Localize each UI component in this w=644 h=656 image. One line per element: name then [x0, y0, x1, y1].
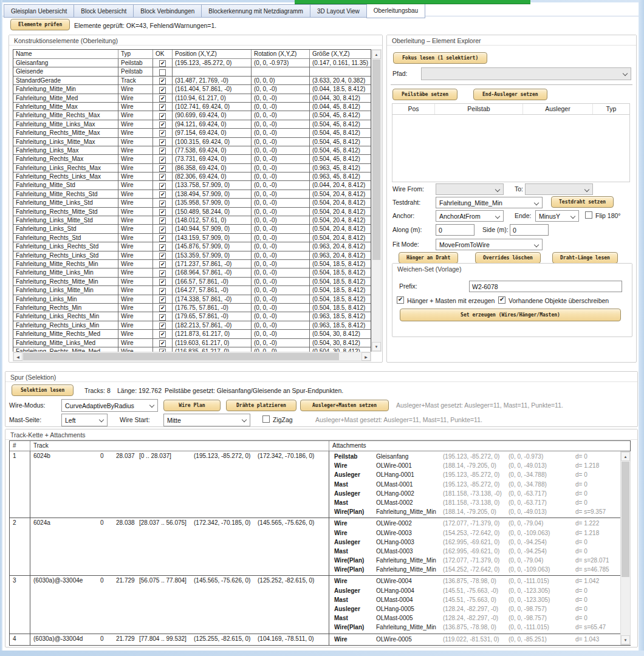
ok-checkbox[interactable]: [159, 183, 166, 190]
kon-hscroll-thumb[interactable]: [23, 353, 339, 360]
set-erzeugen-button[interactable]: Set erzeugen (Wires/Hänger/Masten): [400, 309, 621, 321]
attachment-row[interactable]: Wire(Plan)Fahrleitung_Mitte_Min(172.077,…: [329, 556, 630, 565]
ok-checkbox[interactable]: [159, 253, 166, 259]
table-row[interactable]: Fahrleitung_Mitte_Links_MedWire(119.603,…: [13, 339, 371, 347]
track-vscrollbar[interactable]: ▲ ▼: [620, 451, 631, 645]
kon-vscroll-thumb[interactable]: [372, 60, 380, 260]
ok-checkbox[interactable]: [159, 261, 166, 268]
kon-vscrollbar[interactable]: ▲ ▼: [371, 49, 382, 352]
table-row[interactable]: Fahrleitung_Mitte_Rechts_MinWire(171.237…: [13, 260, 371, 268]
ok-checkbox[interactable]: [159, 121, 166, 128]
col-header-rotation[interactable]: Rotation (X,Y,Z): [252, 50, 310, 58]
attachment-row[interactable]: MastOLMast-0004(145.51, -75.663, 0)(0, 0…: [329, 595, 630, 604]
ok-checkbox[interactable]: [159, 340, 166, 347]
ok-checkbox[interactable]: [159, 314, 166, 321]
col-header-typ2[interactable]: Typ: [593, 104, 629, 114]
attachment-row[interactable]: AuslegerOLHang-0004(145.51, -75.663, -0)…: [329, 586, 630, 595]
attachment-row[interactable]: Wire(Plan)Fahrleitung_Mitte_Min(154.252,…: [329, 565, 630, 574]
kon-hscrollbar[interactable]: ◀ ▶: [13, 352, 371, 361]
haenger-an-draht-button[interactable]: Hänger an Draht: [399, 252, 458, 264]
col-header-pos[interactable]: Pos: [392, 104, 435, 114]
table-row[interactable]: Fahrleitung_Mitte_Links_MinWire(168.964,…: [13, 268, 371, 277]
table-row[interactable]: Fahrleitung_Links_Mitte_StdWire(148.012,…: [13, 216, 371, 225]
wire-start-combobox[interactable]: Mitte: [163, 414, 250, 426]
ok-checkbox[interactable]: [159, 130, 166, 137]
track-vscroll-thumb[interactable]: [622, 462, 629, 577]
ok-checkbox[interactable]: [159, 305, 166, 312]
table-row[interactable]: Fahrleitung_Links_Mitte_MinWire(164.27, …: [13, 286, 371, 295]
table-row[interactable]: Fahrleitung_Links_Rechts_MaxWire(86.358,…: [13, 164, 371, 173]
col-header-groesse[interactable]: Größe (X,Y,Z): [310, 50, 371, 58]
col-header-num[interactable]: #: [10, 441, 30, 451]
table-row[interactable]: Fahrleitung_Mitte_Rechts_MedWire(121.873…: [13, 330, 371, 338]
ok-checkbox[interactable]: [159, 200, 166, 207]
ok-checkbox[interactable]: [159, 157, 166, 163]
tab-block-uebersicht[interactable]: Block Uebersicht: [74, 4, 133, 18]
attachment-row[interactable]: WireOLWire-0003(154.253, -72.642, 0)(0, …: [329, 528, 630, 538]
table-row[interactable]: Fahrleitung_Links_StdWire(140.944, 57.90…: [13, 225, 371, 233]
table-row[interactable]: Fahrleitung_Mitte_Links_StdWire(135.958,…: [13, 199, 371, 207]
wire-to-combobox[interactable]: [525, 183, 593, 195]
col-header-position[interactable]: Position (X,Y,Z): [173, 50, 252, 58]
attachment-row[interactable]: Wire(Plan)Fahrleitung_Mitte_Min(136.875,…: [329, 623, 630, 632]
scroll-left-icon[interactable]: ◀: [13, 352, 22, 361]
track-row[interactable]: 4(6030a)@-33004d021.729[77.804 .. 99.532…: [10, 634, 630, 646]
tab-blockerkennung-mit-netzdiagramm[interactable]: Blockerkennung mit Netzdiagramm: [201, 4, 310, 18]
table-row[interactable]: Fahrleitung_Mitte_MaxWire(102.741, 69.42…: [13, 103, 371, 111]
draehte-platzieren-button[interactable]: Drähte platzieren: [226, 400, 296, 411]
table-row[interactable]: Fahrleitung_Rechts_Mitte_MaxWire(97.154,…: [13, 129, 371, 137]
col-header-name[interactable]: Name: [13, 50, 118, 58]
attachment-row[interactable]: AuslegerOLHang-0001(195.123, -85.272, 0)…: [329, 470, 630, 479]
ok-checkbox[interactable]: [159, 78, 166, 84]
attachment-row[interactable]: AuslegerOLHang-0003(162.995, -69.621, 0)…: [329, 538, 630, 547]
tab-gleisplan-uebersicht[interactable]: Gleisplan Uebersicht: [4, 4, 74, 18]
ok-checkbox[interactable]: [159, 113, 166, 120]
side-input[interactable]: [510, 224, 549, 236]
mast-seite-combobox[interactable]: Left: [61, 414, 108, 426]
zigzag-checkbox[interactable]: [262, 415, 270, 423]
ok-checkbox[interactable]: [159, 95, 166, 102]
table-row[interactable]: Fahrleitung_Rechts_Links_StdWire(153.359…: [13, 251, 371, 260]
table-row[interactable]: Fahrleitung_Rechts_StdWire(143.159, 57.9…: [13, 234, 371, 242]
table-row[interactable]: Fahrleitung_Mitte_MinWire(161.404, 57.86…: [13, 85, 371, 94]
table-row[interactable]: Fahrleitung_Rechts_MaxWire(73.731, 69.42…: [13, 155, 371, 163]
ok-checkbox[interactable]: [159, 235, 166, 242]
fokus-lesen-button[interactable]: Fokus lesen (1 selektiert): [393, 52, 487, 64]
wire-plan-button[interactable]: Wire Plan: [163, 400, 221, 411]
selektion-lesen-button[interactable]: Selektion lesen: [12, 384, 74, 396]
ueberschreiben-checkbox[interactable]: [498, 296, 505, 304]
ok-checkbox[interactable]: [159, 331, 166, 338]
along-input[interactable]: [436, 224, 474, 236]
attachment-row[interactable]: AuslegerOLHang-0006(109.804, -80.766, -0…: [329, 644, 630, 646]
haenger-masten-checkbox[interactable]: [397, 296, 404, 304]
ok-checkbox[interactable]: [159, 288, 166, 295]
ok-checkbox[interactable]: [159, 217, 166, 224]
table-row[interactable]: GleisanfangPeilstab(195.123, -85.272, 0)…: [13, 59, 371, 67]
testdraht-combobox[interactable]: Fahrleitung_Mitte_Min: [436, 197, 543, 208]
scroll-right-icon[interactable]: ▶: [361, 352, 371, 361]
col-header-typ[interactable]: Typ: [118, 50, 153, 58]
attachment-row[interactable]: WireOLWire-0005(119.022, -81.531, 0)(0, …: [329, 635, 630, 644]
peilstaebe-setzen-button[interactable]: Peilstäbe setzen: [392, 89, 457, 100]
ok-checkbox[interactable]: [159, 270, 166, 277]
attachment-row[interactable]: MastOLMast-0001(195.123, -85.272, 0)(0, …: [329, 480, 630, 489]
attachment-row[interactable]: WireOLWire-0002(172.077, -71.379, 0)(0, …: [329, 519, 630, 528]
track-row[interactable]: 26024a028.038[28.037 .. 56.075](172.342,…: [10, 518, 630, 576]
wire-from-combobox[interactable]: [436, 183, 504, 195]
wire-modus-combobox[interactable]: CurveAdaptiveByRadius: [61, 399, 158, 412]
scroll-down-icon[interactable]: ▼: [372, 342, 381, 351]
draht-laenge-lesen-button[interactable]: Draht-Länge lesen: [552, 252, 618, 264]
ok-checkbox[interactable]: [159, 209, 166, 216]
tab-oberleitungsbau[interactable]: Oberleitungsbau: [366, 2, 425, 18]
table-row[interactable]: StandardGeradeTrack(31.487, 21.769, -0)(…: [13, 77, 371, 85]
table-row[interactable]: Fahrleitung_Links_Mitte_MaxWire(100.315,…: [13, 138, 371, 146]
attachment-row[interactable]: PeilstabGleisanfang(195.123, -85.272, 0)…: [329, 452, 630, 461]
scroll-up-icon[interactable]: ▲: [621, 452, 630, 461]
table-row[interactable]: Fahrleitung_Links_MinWire(174.338, 57.86…: [13, 295, 371, 304]
ok-checkbox[interactable]: [159, 227, 166, 233]
ok-checkbox[interactable]: [159, 60, 166, 67]
attachment-row[interactable]: WireOLWire-0001(188.14, -79.205, 0)(0, 0…: [329, 461, 630, 470]
attachment-row[interactable]: AuslegerOLHang-0002(181.158, -73.138, -0…: [329, 489, 630, 498]
table-row[interactable]: Fahrleitung_Mitte_MedWire(110.94, 61.217…: [13, 94, 371, 103]
table-row[interactable]: Fahrleitung_Links_Rechts_MinWire(179.65,…: [13, 312, 371, 321]
